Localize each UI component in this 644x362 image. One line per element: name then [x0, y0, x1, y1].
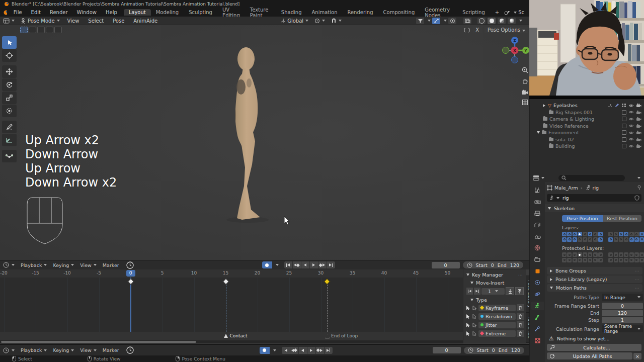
menu-file[interactable]: File	[9, 10, 27, 15]
frame-range-end-field[interactable]: 120	[602, 310, 643, 316]
armature-layer-toggle[interactable]	[583, 232, 587, 236]
pose-position-button[interactable]: Pose Position	[562, 215, 603, 222]
skeleton-panel-header[interactable]: Skeleton	[545, 204, 644, 212]
overlays-button[interactable]	[463, 18, 471, 24]
armature-layer-toggle[interactable]	[573, 258, 577, 262]
end-value[interactable]: 120	[511, 347, 520, 353]
eye-icon[interactable]	[628, 110, 634, 114]
exclude-checkbox[interactable]	[622, 130, 626, 135]
next-keyframe-button[interactable]	[318, 261, 327, 268]
shading-material-button[interactable]	[498, 18, 506, 24]
tab-scene[interactable]	[531, 232, 544, 240]
extreme-type-button[interactable]: Extreme	[478, 330, 516, 337]
workspace-tab-compositing[interactable]: Compositing	[378, 9, 420, 16]
workspace-tab-animation[interactable]: Animation	[306, 9, 342, 16]
start-value[interactable]: 0	[491, 262, 494, 268]
outliner-row-video-reference[interactable]: Video Reference	[530, 123, 644, 130]
proportional-edit-button[interactable]	[448, 18, 456, 24]
viewport-camera-button[interactable]	[520, 87, 529, 97]
insert-up-button[interactable]	[515, 287, 524, 295]
end-value[interactable]: 120	[510, 262, 519, 268]
exclude-checkbox[interactable]	[622, 137, 626, 142]
deselect-arrow-icon[interactable]	[472, 322, 477, 328]
fake-user-shield-icon[interactable]	[634, 195, 639, 201]
tab-collection[interactable]	[531, 255, 544, 263]
armature-layer-toggle[interactable]	[634, 258, 639, 262]
outliner-row-building[interactable]: Building	[530, 143, 644, 150]
armature-layer-toggle[interactable]	[593, 237, 598, 242]
timeline-track[interactable]	[0, 278, 463, 332]
next-keyframe-button[interactable]	[316, 347, 324, 354]
armature-layer-toggle[interactable]	[624, 232, 628, 236]
tab-output[interactable]	[531, 209, 544, 217]
deselect-arrow-icon[interactable]	[472, 305, 477, 311]
timeline-menu-playback[interactable]: Playback	[18, 261, 50, 269]
armature-layer-toggle[interactable]	[567, 232, 572, 236]
jump-to-start-button[interactable]	[284, 261, 292, 268]
select-arrow-icon[interactable]	[465, 314, 471, 319]
timeline2-menu-view[interactable]: View	[77, 346, 100, 354]
viewport-pan-button[interactable]	[520, 76, 529, 85]
previous-keyframe-button[interactable]	[290, 347, 298, 354]
armature-layer-toggle[interactable]	[634, 252, 639, 257]
deselect-arrow-icon[interactable]	[472, 314, 477, 319]
timeline-scrollbar-thumb[interactable]	[1, 341, 196, 343]
select-mode-tweak[interactable]	[20, 27, 28, 33]
shading-rendered-button[interactable]	[508, 18, 516, 24]
menu-render[interactable]: Render	[45, 10, 72, 15]
camera-render-icon[interactable]	[636, 117, 641, 121]
editor-type-button[interactable]	[0, 17, 18, 25]
timeline2-editor-type-button[interactable]	[0, 346, 18, 354]
timeline2-menu-marker[interactable]: Marker	[100, 346, 122, 354]
frame-range-step-field[interactable]: 1	[602, 317, 643, 323]
workspace-tab-shading[interactable]: Shading	[276, 9, 307, 16]
marker-label[interactable]: Contact	[230, 333, 248, 338]
bone-groups-panel-header[interactable]: Bone Groups⋯	[547, 267, 642, 275]
properties-search-input[interactable]	[558, 175, 625, 181]
camera-render-icon[interactable]	[636, 110, 641, 115]
deselect-arrow-icon[interactable]	[472, 331, 477, 336]
armature-layer-toggle[interactable]	[593, 232, 598, 236]
select-mode-box[interactable]	[29, 27, 36, 33]
current-frame-field[interactable]: 0	[432, 262, 460, 268]
viewport-menu-view[interactable]: View	[63, 18, 84, 24]
tab-texture[interactable]	[531, 336, 544, 344]
move-amount-field[interactable]: 1	[481, 288, 505, 295]
armature-layer-toggle[interactable]	[639, 252, 644, 257]
timeline-editor-type-button[interactable]	[0, 261, 18, 269]
timeline-scrollbar[interactable]	[0, 340, 463, 343]
eye-icon[interactable]	[628, 144, 634, 148]
pose-options-close-button[interactable]: X	[472, 27, 482, 33]
snap-caret-icon[interactable]	[444, 20, 447, 22]
update-all-paths-button[interactable]: Update All Paths	[547, 352, 632, 359]
delete-keyframes-button[interactable]	[517, 304, 524, 311]
auto-keying-toggle[interactable]	[260, 347, 270, 354]
tool-annotate[interactable]	[2, 121, 17, 133]
move-insert-header[interactable]: Move-Insert	[470, 280, 523, 286]
jump-to-end-button[interactable]	[327, 261, 335, 268]
scene-name-partial[interactable]: Sc	[518, 10, 524, 15]
jitter-type-button[interactable]: Jitter	[478, 322, 516, 328]
timeline-menu-keying[interactable]: Keying	[50, 261, 77, 269]
exclude-checkbox[interactable]	[622, 117, 626, 121]
select-mode-circle[interactable]	[37, 27, 45, 33]
eye-icon[interactable]	[628, 131, 634, 135]
armature-layer-toggle[interactable]	[583, 258, 587, 262]
workspace-add-button[interactable]: +	[490, 9, 504, 16]
viewport-menu-select[interactable]: Select	[84, 18, 108, 24]
timeline-ruler[interactable]: -20-15-10-5051015202530354045500	[0, 269, 463, 278]
blender-app-icon[interactable]	[3, 10, 7, 15]
paths-type-dropdown[interactable]: In Range	[602, 294, 643, 301]
timeline2-menu-keying[interactable]: Keying	[50, 346, 77, 354]
breadcrumb-object[interactable]: Male_Arm	[554, 185, 578, 191]
tool-select-tweak[interactable]	[2, 36, 17, 49]
marker-triangle[interactable]	[224, 334, 228, 338]
rest-position-button[interactable]: Rest Position	[603, 215, 641, 222]
insert-down-button[interactable]	[506, 287, 514, 295]
armature-layer-toggle[interactable]	[593, 258, 598, 262]
tab-object[interactable]	[531, 267, 544, 275]
outliner-row-sofa[interactable]: sofa_02	[530, 136, 644, 143]
eye-icon[interactable]	[628, 137, 634, 141]
key-manager-header[interactable]: Key Manager⋯	[466, 272, 523, 278]
play-reverse-button[interactable]	[301, 261, 309, 268]
